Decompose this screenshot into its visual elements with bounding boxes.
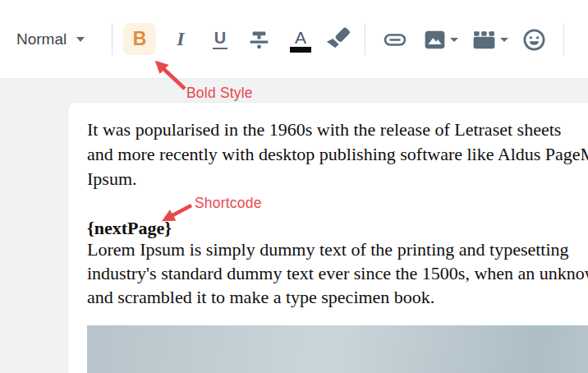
doc-text-line: It was popularised in the 1960s with the… [87, 117, 588, 142]
doc-text-line: and scrambled it to make a type specimen… [87, 285, 588, 309]
link-icon [383, 29, 407, 50]
chevron-down-icon [76, 37, 85, 42]
insert-image-button[interactable] [421, 27, 461, 52]
highlighter-button[interactable] [325, 22, 353, 53]
doc-text-line: Ipsum. [87, 167, 588, 191]
toolbar-divider [112, 24, 113, 55]
toolbar-divider [365, 24, 365, 55]
bold-icon: B [133, 28, 147, 50]
editor-canvas: It was popularised in the 1960s with the… [0, 79, 588, 373]
toolbar-divider [563, 24, 564, 55]
italic-icon: I [177, 28, 184, 50]
bold-style-annotation: Bold Style [186, 85, 253, 102]
film-icon [472, 30, 496, 50]
underline-icon: U [213, 30, 227, 49]
strikethrough-button[interactable] [246, 25, 271, 53]
chevron-down-icon [450, 38, 458, 42]
image-icon [424, 30, 446, 50]
doc-text-line: industry's standard dummy text ever sinc… [87, 261, 588, 285]
bold-style-arrow [146, 51, 192, 94]
shortcode-annotation: Shortcode [195, 195, 262, 212]
underline-button[interactable]: U [207, 24, 233, 55]
insert-video-button[interactable] [470, 27, 511, 52]
paragraph-style-label: Normal [16, 30, 67, 48]
rich-text-editor: Normal B I U A [0, 0, 588, 373]
paragraph-style-dropdown[interactable]: Normal [16, 27, 85, 52]
shortcode-arrow [156, 200, 197, 228]
doc-text-line: and more recently with desktop publishin… [87, 142, 588, 167]
strikethrough-icon [249, 30, 269, 50]
document-page[interactable]: It was popularised in the 1960s with the… [67, 102, 588, 373]
doc-text-line: Lorem Ipsum is simply dummy text of the … [87, 237, 588, 261]
chevron-down-icon [500, 38, 508, 42]
text-color-icon: A [295, 29, 306, 46]
inline-image[interactable] [87, 325, 588, 373]
emoji-button[interactable] [521, 26, 547, 53]
toolbar: Normal B I U A [0, 0, 588, 79]
text-color-swatch [290, 47, 311, 53]
text-color-button[interactable]: A [287, 24, 314, 57]
highlighter-icon [326, 24, 352, 52]
smiley-icon [522, 28, 546, 52]
italic-button[interactable]: I [168, 24, 193, 53]
insert-link-button[interactable] [381, 27, 409, 52]
